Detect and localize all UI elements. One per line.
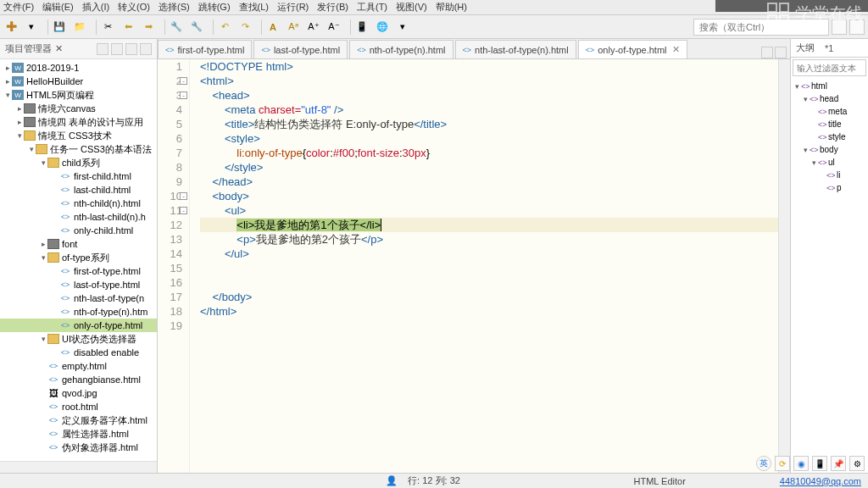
outline-item[interactable]: <>li (793, 169, 866, 181)
editor-body[interactable]: 1 2- 3- 4 5 6 7 8 9 10- 11- 12 13 14 15 … (158, 59, 790, 473)
menu-insert[interactable]: 插入(I) (82, 1, 109, 14)
tree-item[interactable]: ▾WHTML5网页编程 (0, 88, 157, 102)
menu-view[interactable]: 视图(V) (396, 1, 427, 14)
editor-scrollbar[interactable] (778, 59, 790, 473)
tree-item[interactable]: ▾child系列 (0, 156, 157, 169)
open-icon[interactable]: 📁 (72, 19, 87, 35)
twisty-icon[interactable]: ▸ (39, 240, 47, 248)
dropdown-icon[interactable]: ▾ (24, 19, 39, 35)
outline-item[interactable]: <>p (793, 181, 866, 194)
twisty-icon[interactable]: ▾ (801, 95, 810, 103)
twisty-icon[interactable]: ▾ (39, 253, 47, 262)
search-input[interactable] (693, 19, 829, 36)
menu-publish[interactable]: 发行(B) (317, 1, 348, 14)
menu-select[interactable]: 选择(S) (159, 1, 190, 14)
text-icon[interactable]: A (265, 19, 281, 35)
tree-item[interactable]: <>nth-of-type(n).htm (0, 305, 157, 319)
tree-item[interactable]: <>root.html (0, 400, 157, 413)
tree-item[interactable]: ▾任务一 CSS3的基本语法 (0, 142, 157, 156)
panel-tool-3-icon[interactable] (125, 43, 137, 55)
tree-item[interactable]: <>first-child.html (0, 169, 157, 183)
circle-icon[interactable]: ◉ (793, 456, 809, 471)
tree-item[interactable]: <>only-of-type.html (0, 319, 157, 332)
tree-item[interactable]: <>empty.html (0, 359, 157, 373)
editor-tab[interactable]: <>last-of-type.html (253, 40, 348, 58)
redo-icon[interactable]: ↷ (237, 19, 253, 35)
tab-max-icon[interactable] (775, 47, 787, 58)
editor-tab[interactable]: <>nth-of-type(n).html (349, 40, 453, 58)
user-email-link[interactable]: 44810049@qq.com (780, 476, 861, 486)
twisty-icon[interactable]: ▸ (3, 64, 12, 72)
font-dec-icon[interactable]: A⁻ (326, 19, 342, 35)
tree-item[interactable]: <>nth-last-of-type(n (0, 291, 157, 305)
twisty-icon[interactable]: ▾ (810, 158, 818, 167)
editor-tab[interactable]: <>only-of-type.html ✕ (578, 40, 687, 58)
dropdown2-icon[interactable]: ▾ (395, 19, 410, 35)
ime-icon[interactable]: 英 (756, 456, 771, 471)
twisty-icon[interactable]: ▾ (27, 145, 36, 153)
panel-tool-2-icon[interactable] (111, 43, 123, 55)
menu-edit[interactable]: 编辑(E) (42, 1, 74, 14)
toolbar-btn-2[interactable] (849, 19, 865, 35)
pin-icon[interactable]: 📌 (831, 456, 846, 471)
outline-item[interactable]: ▾<>head (793, 92, 866, 105)
tree-item[interactable]: ▸WHelloHBuilder (0, 75, 157, 88)
outline-item[interactable]: <>title (793, 118, 866, 130)
tree-item[interactable]: ▾UI状态伪类选择器 (0, 332, 157, 346)
toolbar-btn-1[interactable] (832, 19, 847, 35)
tool-b-icon[interactable]: 🔧 (189, 19, 204, 35)
outline-tab2[interactable]: *1 (820, 39, 838, 57)
tree-item[interactable]: <>last-child.html (0, 183, 157, 197)
tree-item[interactable]: 🖼qvod.jpg (0, 386, 157, 400)
tree-item[interactable]: ▾情境五 CSS3技术 (0, 129, 157, 142)
twisty-icon[interactable]: ▾ (801, 146, 810, 154)
tree-item[interactable]: <>nth-last-child(n).h (0, 210, 157, 224)
twisty-icon[interactable]: ▸ (15, 104, 24, 113)
forward-icon[interactable]: ➡ (141, 19, 156, 35)
code-content[interactable]: <!DOCTYPE html> <html> <head> <meta char… (190, 59, 778, 473)
phone2-icon[interactable]: 📱 (812, 456, 827, 471)
save-icon[interactable]: 💾 (52, 19, 67, 35)
panel-close-icon[interactable]: ✕ (55, 43, 63, 54)
outline-item[interactable]: ▾<>html (793, 80, 866, 92)
undo-icon[interactable]: ↶ (217, 19, 232, 35)
tree-item[interactable]: ▸W2018-2019-1 (0, 61, 157, 75)
outline-filter-input[interactable] (793, 59, 866, 76)
twisty-icon[interactable]: ▾ (39, 335, 47, 343)
menu-goto[interactable]: 跳转(G) (198, 1, 231, 14)
twisty-icon[interactable]: ▾ (793, 82, 801, 91)
tab-close-icon[interactable]: ✕ (672, 44, 680, 55)
tree-item[interactable]: <>first-of-type.html (0, 264, 157, 278)
editor-tab[interactable]: <>first-of-type.html (158, 40, 252, 58)
outline-item[interactable]: <>style (793, 130, 866, 143)
tab-min-icon[interactable] (761, 47, 773, 58)
tree-item[interactable]: <>nth-child(n).html (0, 197, 157, 210)
cut-icon[interactable]: ✂ (100, 19, 115, 35)
back-icon[interactable]: ⬅ (120, 19, 136, 35)
tree-item[interactable]: ▸font (0, 237, 157, 251)
hscroll[interactable] (0, 461, 157, 473)
tree-item[interactable]: <>定义服务器字体.html (0, 413, 157, 427)
tree-item[interactable]: ▸情境六canvas (0, 102, 157, 115)
twisty-icon[interactable]: ▸ (15, 118, 24, 126)
twisty-icon[interactable]: ▸ (3, 77, 12, 86)
tree-item[interactable]: <>属性选择器.html (0, 427, 157, 441)
twisty-icon[interactable]: ▾ (39, 158, 47, 167)
panel-tool-1-icon[interactable] (97, 43, 108, 55)
tree-item[interactable]: <>only-child.html (0, 224, 157, 237)
tree-item[interactable]: ▸情境四 表单的设计与应用 (0, 115, 157, 129)
font-inc-icon[interactable]: A⁺ (306, 19, 321, 35)
menu-tools[interactable]: 工具(T) (357, 1, 387, 14)
menu-file[interactable]: 文件(F) (3, 1, 34, 14)
tree-item[interactable]: ▾of-type系列 (0, 251, 157, 264)
editor-tab[interactable]: <>nth-last-of-type(n).html (455, 40, 576, 58)
outline-item[interactable]: ▾<>body (793, 143, 866, 156)
menu-find[interactable]: 查找(L) (239, 1, 269, 14)
menu-escape[interactable]: 转义(O) (118, 1, 150, 14)
refresh-icon[interactable]: ⟳ (775, 456, 790, 471)
color-icon[interactable]: Aᵃ (286, 19, 301, 35)
panel-min-icon[interactable] (140, 43, 152, 55)
tree-item[interactable]: <>disabled enable (0, 346, 157, 359)
globe-icon[interactable]: 🌐 (375, 19, 390, 35)
twisty-icon[interactable]: ▾ (15, 131, 24, 140)
